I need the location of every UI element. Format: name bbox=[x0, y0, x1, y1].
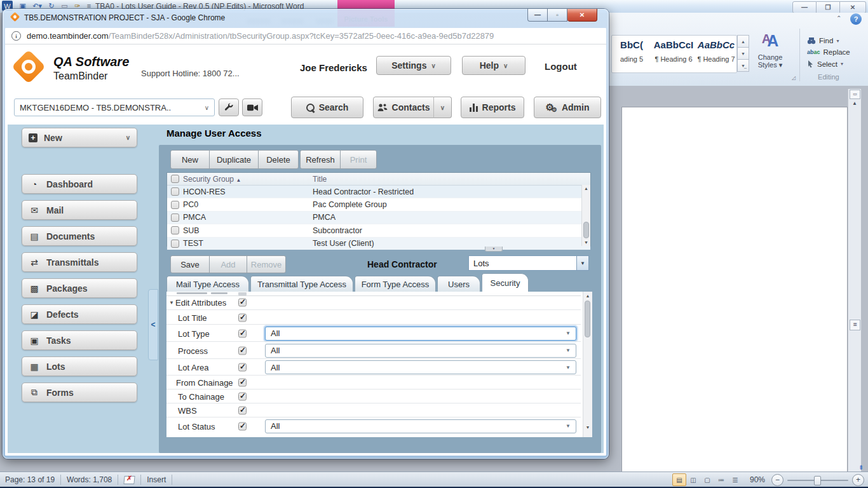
gallery-up-icon[interactable]: ▲ bbox=[737, 35, 749, 48]
video-button[interactable] bbox=[242, 98, 262, 116]
word-scrollbar[interactable]: ▭ ▲ ≣ bbox=[848, 89, 861, 471]
fullscreen-reading-view-icon[interactable]: ◫ bbox=[686, 473, 700, 486]
checkbox[interactable] bbox=[238, 329, 247, 337]
word-restore-button[interactable]: ❐ bbox=[817, 1, 840, 13]
save-button[interactable]: Save bbox=[170, 255, 210, 273]
checkbox[interactable] bbox=[238, 393, 247, 401]
style-item[interactable]: AaBbCc ¶ Heading 7 bbox=[697, 39, 735, 63]
lot-area-select[interactable]: All▼ bbox=[265, 360, 576, 374]
admin-button[interactable]: ⚙⚙ Admin bbox=[534, 97, 601, 118]
table-row[interactable]: PC0 Pac Complete Group bbox=[167, 198, 590, 211]
row-checkbox[interactable] bbox=[171, 240, 179, 248]
outline-view-icon[interactable]: ≔ bbox=[714, 473, 728, 486]
delete-group-button[interactable]: Delete bbox=[258, 150, 299, 169]
tab-mail-type-access[interactable]: Mail Type Access bbox=[166, 276, 249, 292]
table-scrollbar[interactable]: ▲ ▼ bbox=[581, 185, 590, 246]
security-list-scrollbar[interactable]: ▲ ▼ bbox=[583, 292, 592, 437]
settings-menu-button[interactable]: Settings ∨ bbox=[376, 56, 451, 75]
table-row[interactable]: SUB Subcontractor bbox=[167, 224, 590, 237]
replace-button[interactable]: abac Replace bbox=[807, 48, 850, 56]
zoom-level[interactable]: 90% bbox=[750, 475, 765, 484]
word-count[interactable]: Words: 1,708 bbox=[67, 475, 112, 484]
print-layout-view-icon[interactable]: ▤ bbox=[672, 473, 686, 486]
scroll-down-icon[interactable]: ▼ bbox=[582, 240, 590, 245]
tab-users[interactable]: Users bbox=[437, 276, 480, 292]
refresh-button[interactable]: Refresh bbox=[300, 150, 341, 169]
contacts-button[interactable]: Contacts bbox=[373, 97, 434, 118]
logout-link[interactable]: Logout bbox=[545, 61, 577, 72]
sidebar-item-dashboard[interactable]: ◔Dashboard bbox=[22, 174, 137, 194]
checkbox[interactable] bbox=[238, 313, 247, 322]
page-indicator[interactable]: Page: 13 of 19 bbox=[5, 475, 55, 484]
expander-down-icon[interactable]: ▼ bbox=[169, 300, 174, 306]
select-all-checkbox[interactable] bbox=[171, 175, 179, 183]
tools-button[interactable] bbox=[219, 98, 239, 116]
zoom-slider-thumb[interactable] bbox=[814, 476, 821, 485]
checkbox[interactable] bbox=[238, 422, 247, 430]
browse-object-icon[interactable]: ≣ bbox=[850, 320, 860, 330]
change-styles-button[interactable]: AA Change Styles ▾ bbox=[752, 32, 789, 69]
word-minimize-button[interactable]: — bbox=[792, 1, 817, 13]
help-menu-button[interactable]: Help ∨ bbox=[462, 56, 526, 75]
insert-mode[interactable]: Insert bbox=[147, 475, 166, 484]
view-ruler-icon[interactable]: ▭ bbox=[850, 90, 860, 99]
sidebar-collapse-handle[interactable]: < bbox=[148, 289, 158, 360]
current-user[interactable]: Joe Fredericks bbox=[300, 62, 367, 73]
help-icon[interactable]: ? bbox=[850, 13, 862, 25]
scroll-up-icon[interactable]: ▲ bbox=[583, 294, 592, 298]
dialog-launcher-icon[interactable]: ◿ bbox=[792, 75, 796, 81]
new-group-button[interactable]: New bbox=[170, 150, 210, 169]
word-close-button[interactable]: ✕ bbox=[840, 1, 866, 13]
draft-view-icon[interactable]: ☰ bbox=[728, 473, 742, 486]
table-row[interactable]: PMCA PMCA bbox=[167, 212, 590, 224]
reports-button[interactable]: Reports bbox=[461, 97, 524, 118]
tab-security[interactable]: Security bbox=[482, 273, 529, 292]
url-bar[interactable]: i demo.teambinder.com/TeamBinder528x/Adm… bbox=[5, 28, 606, 44]
checkbox[interactable] bbox=[238, 407, 247, 415]
search-button[interactable]: Search bbox=[291, 97, 363, 118]
chrome-close-button[interactable]: ✕ bbox=[567, 9, 597, 22]
print-button[interactable]: Print bbox=[340, 150, 377, 169]
lot-type-select[interactable]: All▼ bbox=[265, 327, 576, 341]
checkbox[interactable] bbox=[238, 363, 247, 372]
next-page-icon[interactable]: ⇟ bbox=[858, 464, 864, 471]
checkbox[interactable] bbox=[238, 379, 247, 387]
gallery-down-icon[interactable]: ▼ bbox=[737, 47, 749, 60]
sidebar-item-defects[interactable]: ◪Defects bbox=[22, 304, 137, 324]
table-row[interactable]: HCON-RES Head Contractor - Restricted bbox=[167, 186, 590, 198]
zoom-slider[interactable] bbox=[787, 475, 848, 485]
row-checkbox[interactable] bbox=[171, 187, 179, 196]
remove-button[interactable]: Remove bbox=[247, 255, 286, 273]
row-checkbox[interactable] bbox=[171, 226, 179, 234]
splitter-handle[interactable]: ▼ bbox=[485, 247, 503, 252]
proofing-error-icon[interactable] bbox=[124, 476, 135, 484]
zoom-in-icon[interactable]: + bbox=[852, 474, 864, 486]
scrollbar-thumb[interactable] bbox=[583, 222, 589, 238]
select-button[interactable]: Select▾ bbox=[807, 60, 850, 68]
checkbox[interactable] bbox=[238, 346, 247, 355]
sidebar-item-forms[interactable]: ⧉Forms bbox=[22, 383, 137, 402]
ribbon-collapse-icon[interactable]: ⌃ bbox=[836, 15, 841, 22]
project-selector[interactable]: MKTGEN16DEMO - TB5.DEMONSTRA.. ∨ bbox=[14, 98, 215, 116]
find-button[interactable]: Find▾ bbox=[807, 37, 850, 44]
sidebar-new-button[interactable]: + New ∨ bbox=[22, 128, 137, 147]
tab-transmittal-type-access[interactable]: Transmittal Type Access bbox=[250, 276, 353, 292]
checkbox[interactable] bbox=[238, 299, 247, 307]
sidebar-item-tasks[interactable]: ▣Tasks bbox=[22, 330, 137, 350]
scroll-up-icon[interactable]: ▲ bbox=[582, 186, 590, 191]
tab-form-type-access[interactable]: Form Type Access bbox=[355, 276, 436, 292]
sidebar-item-packages[interactable]: ▩Packages bbox=[22, 278, 137, 298]
sidebar-item-transmittals[interactable]: ⇄Transmittals bbox=[22, 252, 137, 272]
style-item[interactable]: BbC( ading 5 bbox=[613, 39, 650, 63]
contacts-dropdown-button[interactable]: ∨ bbox=[433, 97, 452, 118]
process-select[interactable]: All▼ bbox=[265, 344, 576, 358]
zoom-out-icon[interactable]: − bbox=[771, 474, 783, 486]
lot-status-select[interactable]: All▼ bbox=[265, 419, 576, 433]
table-row[interactable]: TEST Test User (Client) bbox=[167, 238, 590, 250]
page-info-icon[interactable]: i bbox=[11, 31, 21, 41]
add-button[interactable]: Add bbox=[209, 255, 247, 273]
column-header-group[interactable]: Security Group ▲ bbox=[183, 175, 313, 184]
select-arrow-icon[interactable]: ▼ bbox=[576, 256, 588, 270]
row-checkbox[interactable] bbox=[171, 201, 179, 209]
sidebar-item-documents[interactable]: ▤Documents bbox=[22, 226, 137, 246]
